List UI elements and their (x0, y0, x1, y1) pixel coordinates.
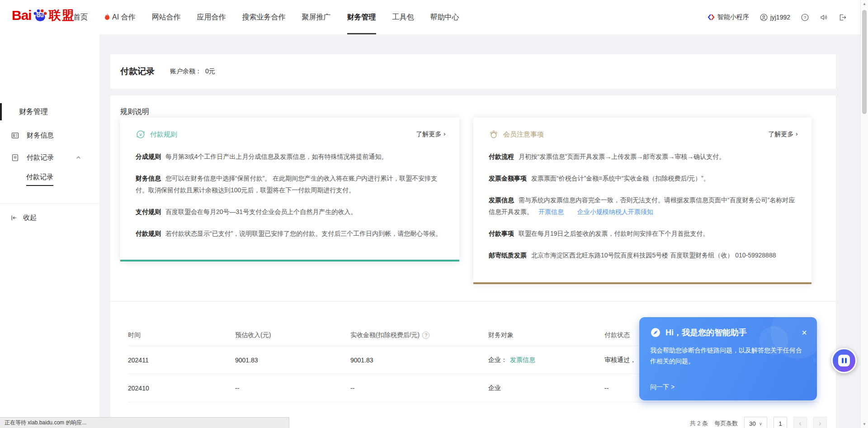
nav-item-home[interactable]: 首页 (73, 0, 88, 34)
nav-item-finance-active[interactable]: 财务管理 (347, 0, 376, 34)
invoice-info-table-link[interactable]: 发票信息 (510, 356, 535, 363)
assistant-robot-button[interactable] (831, 348, 857, 373)
invoice-info-link[interactable]: 开票信息 (538, 208, 564, 215)
flame-icon (104, 14, 110, 21)
per-page-select[interactable]: 30 ∨ (744, 417, 767, 428)
payment-rules-title: 付款规则 (150, 130, 416, 139)
robot-face-icon (838, 355, 850, 366)
account-balance: 账户余额： 0元 (170, 67, 215, 76)
rule-item: 支付规则百度联盟会在每月20号—31号支付企业会员上个自然月产生的收入。 (136, 206, 446, 218)
balance-value: 0元 (205, 67, 215, 76)
sidebar-item-finance-info[interactable]: 财务信息 (0, 127, 99, 143)
svg-text:?: ? (804, 15, 806, 19)
rule-item: 发票信息需与系统内发票信息内容完全一致，否则无法支付。请根据发票信息页面中“百度… (489, 194, 798, 218)
col-finance-entity: 财务对象 (488, 331, 604, 339)
logo-text-union: 联盟 (49, 7, 75, 24)
col-time: 时间 (128, 331, 235, 339)
page-title: 付款记录 (120, 66, 155, 77)
next-page-button[interactable]: › (813, 417, 827, 428)
rules-section-card: 规则说明 ¥ 付款规则 了解更多› 分成规则每月第3或4个工作日产出上月分成信息… (110, 95, 836, 301)
cell-estimated: -- (235, 385, 350, 392)
speaker-icon[interactable] (820, 14, 828, 21)
chevron-right-icon: › (795, 130, 798, 138)
sidebar-divider (0, 203, 99, 204)
member-crown-icon (489, 129, 499, 139)
svg-text:¥: ¥ (139, 132, 142, 137)
rule-item: 付款流程月初按“发票信息”页面开具发票→上传发票→邮寄发票→审核→确认支付。 (489, 151, 798, 162)
scroll-down-arrow[interactable]: ▼ (861, 422, 868, 426)
sidebar-collapse-button[interactable]: 收起 (0, 210, 99, 225)
cell-actual: 9001.83 (350, 357, 488, 364)
payment-rules-learn-more[interactable]: 了解更多› (416, 130, 446, 138)
main-menu: 首页 AI 合作 网站合作 应用合作 搜索业务合作 聚屏推广 财务管理 工具包 … (73, 0, 459, 34)
badge-icon (11, 153, 19, 162)
prev-page-button[interactable]: ‹ (793, 417, 807, 428)
browser-status-bar: 正在等待 xlab.baidu.com 的响应... (0, 417, 289, 428)
rules-section-title: 规则说明 (120, 107, 149, 117)
coin-yen-icon: ¥ (136, 129, 146, 139)
logout-icon[interactable] (839, 14, 846, 21)
rule-item: 邮寄纸质发票北京市海淀区西北旺东路10号院百度科技园5号楼 百度联盟财务组（收）… (489, 249, 798, 261)
logo-text-du: du (32, 12, 48, 19)
rule-item: 付款事项联盟在每月19日之后签收的发票，付款时间安排在下个月首批支付。 (489, 228, 798, 239)
baidu-union-logo[interactable]: Bai du 联盟 (12, 7, 75, 24)
sidebar-item-payment-records[interactable]: 付款记录 (0, 149, 99, 166)
assistant-popup: Hi，我是您的智能助手 × 我会帮助您诊断合作链路问题，以及解答您关于任何合作相… (639, 317, 817, 400)
payment-rules-body: 分成规则每月第3或4个工作日产出上月分成信息及发票信息，如有特殊情况将提前通知。… (120, 139, 459, 239)
logo-text-bai: Bai (12, 8, 32, 23)
ask-now-link[interactable]: 问一下 > (650, 383, 675, 391)
member-notes-learn-more[interactable]: 了解更多› (768, 130, 798, 138)
collapse-icon (10, 214, 18, 222)
column-help-icon[interactable]: ? (422, 332, 429, 339)
member-notes-title: 会员注意事项 (503, 130, 768, 139)
member-notes-card: 会员注意事项 了解更多› 付款流程月初按“发票信息”页面开具发票→上传发票→邮寄… (473, 118, 811, 284)
nav-item-help-center[interactable]: 帮助中心 (430, 0, 459, 34)
nav-item-website-coop[interactable]: 网站合作 (152, 0, 181, 34)
scrollbar-thumb[interactable] (862, 10, 867, 114)
member-notes-body: 付款流程月初按“发票信息”页面开具发票→上传发票→邮寄发票→审核→确认支付。 发… (473, 139, 811, 261)
balance-label: 账户余额： (170, 67, 202, 76)
nav-item-screen-promo[interactable]: 聚屏推广 (302, 0, 331, 34)
compass-icon (650, 327, 661, 338)
payment-rules-card: ¥ 付款规则 了解更多› 分成规则每月第3或4个工作日产出上月分成信息及发票信息… (120, 118, 459, 262)
miniapp-entry[interactable]: 智能小程序 (708, 13, 749, 21)
page-number-button[interactable]: 1 (774, 417, 787, 428)
close-icon[interactable]: × (800, 328, 809, 337)
col-actual-amount: 实收金额(扣除税费后/元) ? (350, 331, 488, 339)
per-page-label: 每页条数 (714, 419, 738, 428)
col-estimated-income: 预估收入(元) (235, 331, 350, 339)
rule-item: 付款规则若付款状态显示“已支付”，说明联盟已安排了您的付款。支付后三个工作日内到… (136, 228, 446, 239)
scroll-up-arrow[interactable]: ▲ (861, 2, 868, 6)
nav-item-ai[interactable]: AI 合作 (104, 0, 136, 34)
nav-right-cluster: 智能小程序 jyj1992 ? (708, 0, 846, 34)
cell-time: 202411 (128, 357, 235, 364)
assistant-title: Hi，我是您的智能助手 (665, 327, 800, 338)
user-icon (760, 14, 768, 21)
nav-item-app-coop[interactable]: 应用合作 (197, 0, 226, 34)
page-scrollbar: ▲ ▼ (860, 0, 868, 428)
total-count: 共 2 条 (690, 419, 708, 428)
user-account[interactable]: jyj1992 (760, 14, 790, 21)
rule-item: 分成规则每月第3或4个工作日产出上月分成信息及发票信息，如有特殊情况将提前通知。 (136, 151, 446, 162)
nav-item-toolkit[interactable]: 工具包 (392, 0, 414, 34)
cell-time: 202410 (128, 385, 235, 392)
help-icon[interactable]: ? (801, 14, 809, 21)
status-text: 正在等待 xlab.baidu.com 的响应... (5, 419, 86, 427)
page-header-card: 付款记录 账户余额： 0元 (110, 54, 836, 89)
top-navigation: Bai du 联盟 首页 AI 合作 网站合作 应用合作 搜索业务合作 聚屏推广… (0, 0, 868, 34)
sidebar-section-finance[interactable]: 财务管理 (0, 103, 99, 120)
cell-entity: 企业：发票信息 (488, 356, 604, 364)
chevron-right-icon: › (443, 130, 446, 138)
username: jyj1992 (770, 14, 790, 21)
id-card-icon (11, 131, 19, 140)
pagination: 共 2 条 每页条数 30 ∨ 1 ‹ › (690, 417, 827, 428)
sidebar: 财务管理 财务信息 付款记录 付款记录 收起 (0, 34, 99, 428)
nav-item-search-coop[interactable]: 搜索业务合作 (242, 0, 286, 34)
sidebar-subitem-payment-records[interactable]: 付款记录 (26, 173, 53, 186)
rule-item: 财务信息您可以在财务信息中选择“保留付款”。 在此期间您产生的收入将在账户内进行… (136, 172, 446, 196)
cell-actual: -- (350, 385, 488, 392)
cell-entity: 企业 (488, 384, 604, 392)
small-taxpayer-guide-link[interactable]: 企业小规模纳税人开票须知 (577, 208, 653, 215)
rule-item: 发票金额事项发票票面“价税合计”金额=系统中“实收金额（扣除税费后/元）”。 (489, 172, 798, 184)
miniapp-icon (708, 14, 715, 21)
